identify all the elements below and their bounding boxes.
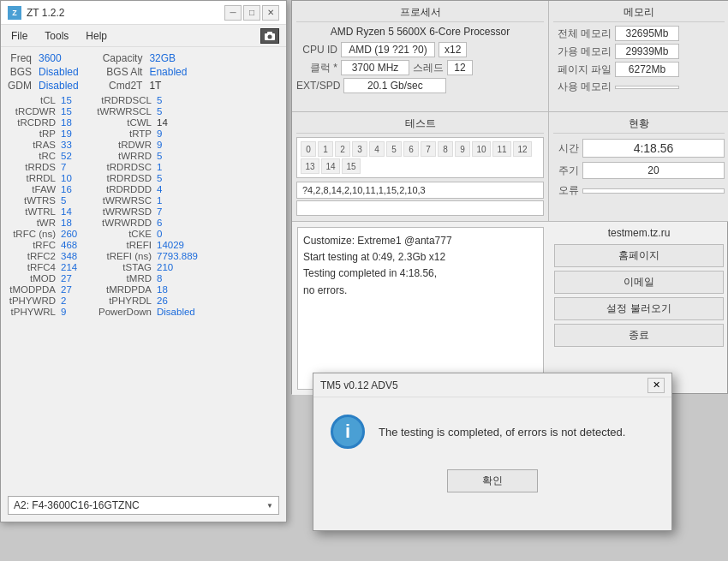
- zt-menu-file[interactable]: File: [8, 28, 31, 44]
- homepage-button[interactable]: 홈페이지: [554, 244, 724, 267]
- tphyrdl-label: tPHYRDL: [93, 295, 155, 306]
- cpu-id-label: CPU ID: [296, 44, 337, 56]
- trc-label: tRC: [8, 151, 59, 161]
- trtp-value: 9: [157, 128, 200, 139]
- twrrd-value: 5: [157, 151, 200, 161]
- clock-row: 클럭 * 3700 MHz 스레드 12: [296, 60, 544, 75]
- extspd-row: EXT/SPD 20.1 Gb/sec: [296, 78, 544, 93]
- middle-area: 테스트 0 1 2 3 4 5 6 7 8 9 10 11 12 13: [292, 112, 728, 222]
- trdrdscl-value: 5: [157, 95, 200, 105]
- tcke-label: tCKE: [93, 229, 155, 239]
- test-num-13: 13: [301, 158, 319, 174]
- zt-app-icon: Z: [8, 6, 21, 20]
- trrdl-value: 10: [61, 173, 92, 183]
- zt-dropdown[interactable]: A2: F4-3600C16-16GTZNC ▼: [8, 496, 279, 515]
- trrdl-label: tRRDL: [8, 173, 59, 183]
- current-block: 현황 시간 4:18.56 주기 20 오류: [549, 112, 728, 222]
- log-line-3: Testing completed in 4:18.56,: [303, 266, 538, 282]
- mem-used-row: 사용 메모리: [553, 80, 725, 94]
- tphywrd-label: tPHYWRD: [8, 295, 59, 306]
- test-num-0: 0: [301, 141, 316, 157]
- zt-menu-tools[interactable]: Tools: [41, 28, 72, 44]
- email-button[interactable]: 이메일: [554, 271, 724, 294]
- tmrd-value: 8: [157, 273, 200, 283]
- error-value: [582, 188, 725, 194]
- trefins-value: 7793.889: [157, 251, 200, 261]
- test-section-title: 테스트: [296, 116, 544, 134]
- log-line-4: no errors.: [303, 283, 538, 299]
- freq-label: Freq: [10, 52, 32, 64]
- freq-value: 3600: [39, 52, 79, 64]
- cpu-id-row: CPU ID AMD (19 ?21 ?0) x12: [296, 42, 544, 57]
- zt-title: ZT 1.2.2: [27, 7, 219, 19]
- error-label: 오류: [553, 183, 579, 198]
- log-box: Customize: Extreme1 @anta777 Start testi…: [297, 227, 544, 390]
- trdrddd-value: 4: [157, 184, 200, 194]
- zt-minimize-button[interactable]: ─: [224, 5, 242, 21]
- tcwl-label: tCWL: [93, 117, 155, 128]
- dialog-message: The testing is completed, of errors is n…: [379, 426, 625, 439]
- zt-menubar: File Tools Help: [1, 25, 286, 47]
- powerdown-label: PowerDown: [93, 307, 155, 317]
- tmod-label: tMOD: [8, 273, 59, 283]
- dialog-close-button[interactable]: ✕: [647, 378, 665, 393]
- trfc-label: tRFC: [8, 240, 59, 250]
- links-block: testmem.tz.ru 홈페이지 이메일 설정 불러오기 종료: [549, 222, 728, 395]
- cmd2t-label: Cmd2T: [109, 80, 142, 92]
- test-num-14: 14: [321, 158, 340, 174]
- twrwrsd-label: tWRWRSD: [93, 206, 155, 217]
- tcke-value: 0: [157, 229, 200, 239]
- zt-close-button[interactable]: ✕: [262, 5, 279, 21]
- test-num-3: 3: [352, 141, 367, 157]
- trefi-label: tREFI: [93, 240, 155, 250]
- thread-label: 스레드: [413, 61, 444, 75]
- zt-maximize-button[interactable]: □: [243, 5, 260, 21]
- zt-menu-help[interactable]: Help: [82, 28, 110, 44]
- trdrdsd-label: tRDRDSD: [93, 173, 155, 183]
- twrwrsc-label: tWRWRSC: [93, 195, 155, 206]
- tstag-label: tSTAG: [93, 262, 155, 272]
- cpu-id-value: AMD (19 ?21 ?0): [341, 42, 435, 57]
- test-num-5: 5: [386, 141, 402, 157]
- trcdrd-value: 18: [61, 117, 92, 128]
- extspd-label: EXT/SPD: [296, 80, 340, 92]
- tmodpda-label: tMODPDA: [8, 284, 59, 295]
- trfc4-value: 214: [61, 262, 92, 272]
- trfcns-label: tRFC (ns): [8, 229, 59, 239]
- trefins-label: tREFI (ns): [93, 251, 155, 261]
- trcdwr-value: 15: [61, 106, 92, 116]
- chevron-down-icon: ▼: [266, 502, 273, 510]
- trdwr-label: tRDWR: [93, 140, 155, 150]
- tphywrl-label: tPHYWRL: [8, 307, 59, 317]
- processor-section-title: 프로세서: [296, 5, 544, 22]
- load-settings-button[interactable]: 설정 불러오기: [554, 297, 724, 320]
- exit-button[interactable]: 종료: [554, 324, 724, 347]
- tcl-value: 15: [61, 95, 92, 105]
- trp-label: tRP: [8, 128, 59, 139]
- tras-value: 33: [61, 140, 92, 150]
- camera-icon[interactable]: [260, 28, 279, 44]
- timings-grid: tCL 15 tRDRDSCL 5 tRCDWR 15 tWRWRSCL 5 t…: [8, 95, 279, 317]
- trtp-label: tRTP: [93, 128, 155, 139]
- tphyrdl-value: 26: [157, 295, 200, 306]
- test-num-12: 12: [513, 141, 532, 157]
- log-line-2: Start testing at 0:49, 2.3Gb x12: [303, 249, 538, 266]
- twrwrsd-value: 7: [157, 206, 200, 217]
- cpu-name: AMD Ryzen 5 5600X 6-Core Processor: [296, 26, 544, 38]
- dialog-ok-button[interactable]: 확인: [447, 469, 538, 492]
- trdwr-value: 9: [157, 140, 200, 150]
- memory-block: 메모리 전체 메모리 32695Mb 가용 메모리 29939Mb 페이지 파일…: [549, 1, 728, 112]
- dialog-title: TM5 v0.12 ADV5: [320, 379, 642, 391]
- gdm-value: Disabled: [39, 80, 79, 92]
- capacity-label: Capacity: [103, 52, 143, 64]
- zt-titlebar: Z ZT 1.2.2 ─ □ ✕: [1, 1, 286, 25]
- test-num-15: 15: [342, 158, 361, 174]
- twr-value: 18: [61, 218, 92, 228]
- cycle-value: 20: [582, 162, 725, 179]
- test-num-10: 10: [472, 141, 491, 157]
- cycle-label: 주기: [553, 164, 579, 178]
- tmod-value: 27: [61, 273, 92, 283]
- mem-used-value: [615, 86, 679, 89]
- trc-value: 52: [61, 151, 92, 161]
- clock-label: 클럭 *: [296, 61, 337, 75]
